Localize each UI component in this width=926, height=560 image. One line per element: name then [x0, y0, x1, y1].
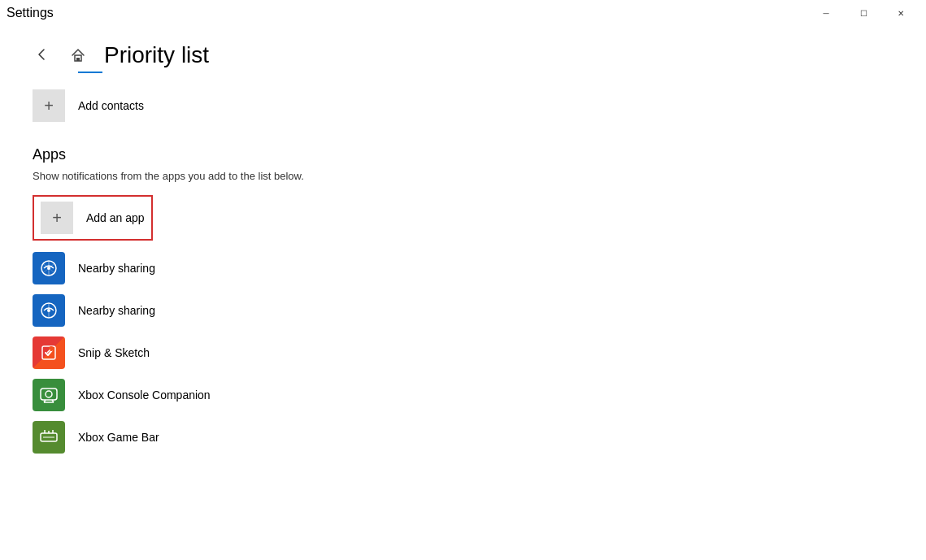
- xbox-console-companion-icon: [38, 384, 59, 406]
- svg-rect-1: [76, 58, 80, 61]
- add-contacts-label: Add contacts: [78, 99, 144, 112]
- app-icon-nearby-2: [33, 294, 65, 327]
- list-item: Xbox Game Bar: [33, 416, 893, 458]
- main-content: Priority list + Add contacts Apps Show n…: [0, 26, 926, 560]
- svg-rect-11: [41, 389, 57, 400]
- apps-section-description: Show notifications from the apps you add…: [33, 170, 893, 182]
- titlebar-title: Settings: [7, 6, 54, 20]
- header-row: Priority list: [33, 42, 893, 68]
- close-button[interactable]: ✕: [882, 0, 919, 26]
- add-app-button[interactable]: +: [41, 202, 73, 234]
- back-button[interactable]: [33, 45, 52, 67]
- list-item: Nearby sharing: [33, 289, 893, 332]
- home-icon: [71, 48, 85, 63]
- titlebar-left: Settings: [7, 6, 54, 20]
- add-contacts-icon: +: [44, 97, 54, 115]
- app-icon-snip: [33, 336, 65, 369]
- app-icon-xbox-bar: [33, 421, 65, 454]
- app-name-xbox-bar: Xbox Game Bar: [78, 431, 159, 444]
- app-name-snip: Snip & Sketch: [78, 346, 150, 359]
- apps-section-heading: Apps: [33, 146, 893, 163]
- app-name-xbox-console: Xbox Console Companion: [78, 389, 211, 402]
- nearby-sharing-icon-2: [38, 300, 59, 321]
- app-name-nearby-1: Nearby sharing: [78, 262, 155, 275]
- list-item: Snip & Sketch: [33, 332, 893, 374]
- home-button[interactable]: [65, 42, 91, 68]
- app-icon-nearby-1: [33, 252, 65, 284]
- app-icon-xbox-console: [33, 379, 65, 411]
- nearby-sharing-icon-1: [38, 258, 59, 279]
- add-contacts-row: + Add contacts: [33, 89, 893, 122]
- add-contacts-button[interactable]: +: [33, 89, 65, 122]
- titlebar: Settings ─ ☐ ✕: [0, 0, 926, 26]
- xbox-game-bar-icon: [38, 427, 59, 448]
- svg-point-12: [46, 391, 52, 397]
- list-item: Nearby sharing: [33, 247, 893, 289]
- list-item: Xbox Console Companion: [33, 374, 893, 416]
- titlebar-controls: ─ ☐ ✕: [807, 0, 919, 26]
- snip-sketch-icon: [38, 342, 59, 363]
- app-name-nearby-2: Nearby sharing: [78, 304, 155, 317]
- page-title: Priority list: [104, 42, 209, 68]
- title-underline: [78, 72, 102, 73]
- back-icon: [36, 48, 49, 61]
- minimize-button[interactable]: ─: [807, 0, 845, 26]
- add-app-row[interactable]: + Add an app: [33, 195, 153, 241]
- maximize-button[interactable]: ☐: [845, 0, 882, 26]
- add-app-icon: +: [52, 209, 62, 228]
- add-app-label: Add an app: [86, 211, 145, 224]
